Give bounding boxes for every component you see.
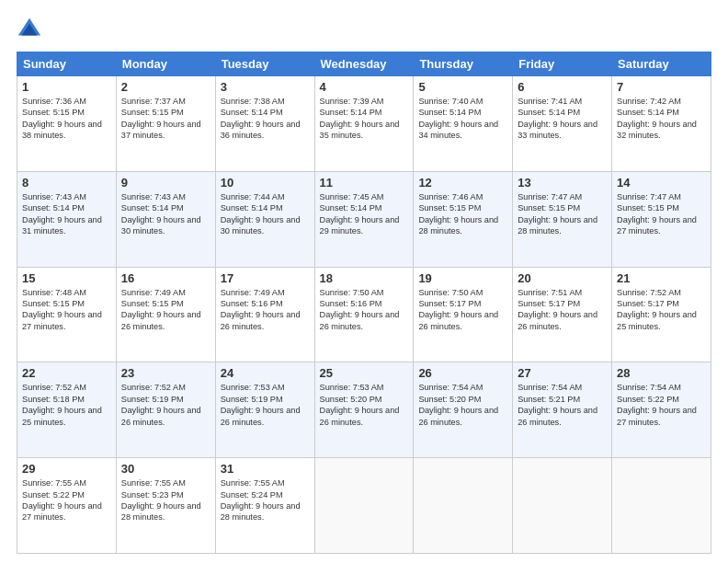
cell-content: Sunrise: 7:52 AMSunset: 5:17 PMDaylight:…: [617, 287, 706, 333]
cell-content: Sunrise: 7:54 AMSunset: 5:20 PMDaylight:…: [418, 382, 507, 428]
cell-content: Sunrise: 7:38 AMSunset: 5:14 PMDaylight:…: [221, 96, 310, 142]
cell-content: Sunrise: 7:55 AMSunset: 5:24 PMDaylight:…: [221, 477, 310, 523]
cell-content: Sunrise: 7:37 AMSunset: 5:15 PMDaylight:…: [121, 96, 210, 142]
calendar-cell: 2Sunrise: 7:37 AMSunset: 5:15 PMDaylight…: [116, 76, 215, 172]
day-number: 15: [22, 271, 111, 285]
day-number: 3: [221, 80, 310, 94]
calendar-header-saturday: Saturday: [612, 52, 711, 76]
day-number: 26: [418, 366, 507, 380]
calendar-header-row: SundayMondayTuesdayWednesdayThursdayFrid…: [17, 52, 711, 76]
calendar-header-thursday: Thursday: [414, 52, 513, 76]
calendar-cell: 25Sunrise: 7:53 AMSunset: 5:20 PMDayligh…: [314, 362, 414, 458]
day-number: 17: [221, 271, 310, 285]
calendar-week-2: 8Sunrise: 7:43 AMSunset: 5:14 PMDaylight…: [17, 171, 711, 267]
calendar-cell: 13Sunrise: 7:47 AMSunset: 5:15 PMDayligh…: [513, 171, 612, 267]
calendar-cell: 26Sunrise: 7:54 AMSunset: 5:20 PMDayligh…: [414, 362, 513, 458]
calendar-header-tuesday: Tuesday: [215, 52, 314, 76]
calendar-cell: 15Sunrise: 7:48 AMSunset: 5:15 PMDayligh…: [17, 267, 117, 362]
header: [17, 17, 711, 42]
calendar-cell: 19Sunrise: 7:50 AMSunset: 5:17 PMDayligh…: [414, 267, 513, 362]
day-number: 24: [221, 366, 310, 380]
day-number: 16: [121, 271, 210, 285]
calendar-header-friday: Friday: [513, 52, 612, 76]
day-number: 29: [22, 462, 111, 476]
day-number: 27: [518, 366, 607, 380]
cell-content: Sunrise: 7:50 AMSunset: 5:16 PMDaylight:…: [320, 287, 409, 333]
calendar-cell: 4Sunrise: 7:39 AMSunset: 5:14 PMDaylight…: [314, 76, 414, 172]
calendar-week-4: 22Sunrise: 7:52 AMSunset: 5:18 PMDayligh…: [17, 362, 711, 458]
cell-content: Sunrise: 7:47 AMSunset: 5:15 PMDaylight:…: [518, 191, 607, 237]
calendar-cell: [513, 458, 612, 554]
calendar-cell: 8Sunrise: 7:43 AMSunset: 5:14 PMDaylight…: [17, 171, 117, 267]
calendar-cell: 30Sunrise: 7:55 AMSunset: 5:23 PMDayligh…: [116, 458, 215, 554]
day-number: 9: [121, 176, 210, 190]
cell-content: Sunrise: 7:54 AMSunset: 5:21 PMDaylight:…: [518, 382, 607, 428]
calendar-cell: [314, 458, 414, 554]
cell-content: Sunrise: 7:43 AMSunset: 5:14 PMDaylight:…: [22, 191, 111, 237]
cell-content: Sunrise: 7:53 AMSunset: 5:20 PMDaylight:…: [320, 382, 409, 428]
calendar-cell: 12Sunrise: 7:46 AMSunset: 5:15 PMDayligh…: [414, 171, 513, 267]
cell-content: Sunrise: 7:40 AMSunset: 5:14 PMDaylight:…: [418, 96, 507, 142]
day-number: 12: [418, 176, 507, 190]
cell-content: Sunrise: 7:48 AMSunset: 5:15 PMDaylight:…: [22, 287, 111, 333]
calendar-table: SundayMondayTuesdayWednesdayThursdayFrid…: [17, 52, 711, 554]
calendar-cell: 9Sunrise: 7:43 AMSunset: 5:14 PMDaylight…: [116, 171, 215, 267]
calendar-cell: 21Sunrise: 7:52 AMSunset: 5:17 PMDayligh…: [612, 267, 711, 362]
cell-content: Sunrise: 7:54 AMSunset: 5:22 PMDaylight:…: [617, 382, 706, 428]
cell-content: Sunrise: 7:49 AMSunset: 5:15 PMDaylight:…: [121, 287, 210, 333]
day-number: 7: [617, 80, 706, 94]
cell-content: Sunrise: 7:51 AMSunset: 5:17 PMDaylight:…: [518, 287, 607, 333]
day-number: 4: [320, 80, 409, 94]
cell-content: Sunrise: 7:55 AMSunset: 5:22 PMDaylight:…: [22, 477, 111, 523]
calendar-cell: 18Sunrise: 7:50 AMSunset: 5:16 PMDayligh…: [314, 267, 414, 362]
calendar-cell: 29Sunrise: 7:55 AMSunset: 5:22 PMDayligh…: [17, 458, 117, 554]
calendar-cell: 5Sunrise: 7:40 AMSunset: 5:14 PMDaylight…: [414, 76, 513, 172]
calendar-week-5: 29Sunrise: 7:55 AMSunset: 5:22 PMDayligh…: [17, 458, 711, 554]
calendar-cell: 20Sunrise: 7:51 AMSunset: 5:17 PMDayligh…: [513, 267, 612, 362]
cell-content: Sunrise: 7:39 AMSunset: 5:14 PMDaylight:…: [320, 96, 409, 142]
day-number: 18: [320, 271, 409, 285]
day-number: 23: [121, 366, 210, 380]
calendar-cell: 3Sunrise: 7:38 AMSunset: 5:14 PMDaylight…: [215, 76, 314, 172]
day-number: 8: [22, 176, 111, 190]
day-number: 10: [221, 176, 310, 190]
page: SundayMondayTuesdayWednesdayThursdayFrid…: [0, 0, 728, 563]
cell-content: Sunrise: 7:52 AMSunset: 5:18 PMDaylight:…: [22, 382, 111, 428]
cell-content: Sunrise: 7:50 AMSunset: 5:17 PMDaylight:…: [418, 287, 507, 333]
calendar-cell: 10Sunrise: 7:44 AMSunset: 5:14 PMDayligh…: [215, 171, 314, 267]
calendar-cell: 27Sunrise: 7:54 AMSunset: 5:21 PMDayligh…: [513, 362, 612, 458]
day-number: 14: [617, 176, 706, 190]
day-number: 30: [121, 462, 210, 476]
calendar-cell: 22Sunrise: 7:52 AMSunset: 5:18 PMDayligh…: [17, 362, 117, 458]
cell-content: Sunrise: 7:49 AMSunset: 5:16 PMDaylight:…: [221, 287, 310, 333]
calendar-cell: 11Sunrise: 7:45 AMSunset: 5:14 PMDayligh…: [314, 171, 414, 267]
calendar-cell: [612, 458, 711, 554]
cell-content: Sunrise: 7:45 AMSunset: 5:14 PMDaylight:…: [320, 191, 409, 237]
day-number: 20: [518, 271, 607, 285]
calendar-cell: 28Sunrise: 7:54 AMSunset: 5:22 PMDayligh…: [612, 362, 711, 458]
day-number: 28: [617, 366, 706, 380]
calendar-header-monday: Monday: [116, 52, 215, 76]
logo: [17, 17, 46, 42]
calendar-week-3: 15Sunrise: 7:48 AMSunset: 5:15 PMDayligh…: [17, 267, 711, 362]
day-number: 2: [121, 80, 210, 94]
day-number: 13: [518, 176, 607, 190]
calendar-cell: 14Sunrise: 7:47 AMSunset: 5:15 PMDayligh…: [612, 171, 711, 267]
cell-content: Sunrise: 7:36 AMSunset: 5:15 PMDaylight:…: [22, 96, 111, 142]
cell-content: Sunrise: 7:55 AMSunset: 5:23 PMDaylight:…: [121, 477, 210, 523]
calendar-cell: 1Sunrise: 7:36 AMSunset: 5:15 PMDaylight…: [17, 76, 117, 172]
calendar-cell: 17Sunrise: 7:49 AMSunset: 5:16 PMDayligh…: [215, 267, 314, 362]
calendar-cell: 23Sunrise: 7:52 AMSunset: 5:19 PMDayligh…: [116, 362, 215, 458]
cell-content: Sunrise: 7:41 AMSunset: 5:14 PMDaylight:…: [518, 96, 607, 142]
cell-content: Sunrise: 7:44 AMSunset: 5:14 PMDaylight:…: [221, 191, 310, 237]
calendar-header-wednesday: Wednesday: [314, 52, 414, 76]
day-number: 5: [418, 80, 507, 94]
cell-content: Sunrise: 7:47 AMSunset: 5:15 PMDaylight:…: [617, 191, 706, 237]
cell-content: Sunrise: 7:53 AMSunset: 5:19 PMDaylight:…: [221, 382, 310, 428]
calendar-cell: 7Sunrise: 7:42 AMSunset: 5:14 PMDaylight…: [612, 76, 711, 172]
calendar-week-1: 1Sunrise: 7:36 AMSunset: 5:15 PMDaylight…: [17, 76, 711, 172]
calendar-cell: 31Sunrise: 7:55 AMSunset: 5:24 PMDayligh…: [215, 458, 314, 554]
cell-content: Sunrise: 7:52 AMSunset: 5:19 PMDaylight:…: [121, 382, 210, 428]
day-number: 6: [518, 80, 607, 94]
cell-content: Sunrise: 7:46 AMSunset: 5:15 PMDaylight:…: [418, 191, 507, 237]
